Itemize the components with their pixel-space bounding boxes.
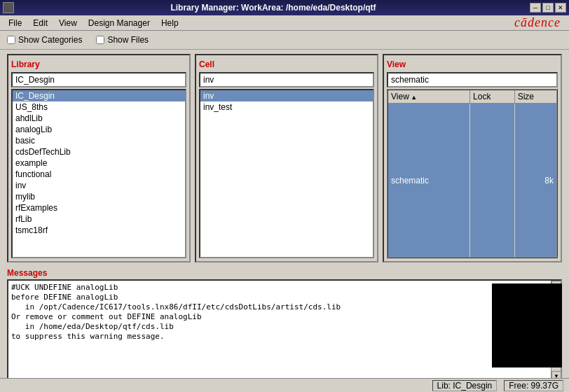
black-box: [492, 284, 562, 368]
library-list-item[interactable]: rfLib: [13, 214, 185, 225]
window-controls: ─ □ ✕: [530, 3, 566, 13]
window-title: Library Manager: WorkArea: /home/eda/Des…: [17, 3, 530, 13]
show-categories-checkbox[interactable]: [7, 36, 15, 44]
top-controls: Show Categories Show Files: [0, 31, 569, 50]
library-list-item[interactable]: analogLib: [13, 124, 185, 135]
cell-panel: Cell invinv_test: [195, 54, 378, 262]
library-list-item[interactable]: example: [13, 158, 185, 169]
message-line: in /home/eda/Desktop/qtf/cds.lib: [11, 322, 548, 331]
view-panel-header: View: [387, 58, 558, 72]
messages-area: Messages #UCK UNDEFINE analogLibbefore D…: [7, 267, 562, 392]
view-table: View Lock Size schematic8k: [387, 89, 558, 258]
library-list-item[interactable]: inv: [13, 180, 185, 191]
cell-panel-header: Cell: [199, 58, 374, 72]
library-list-item[interactable]: rfExamples: [13, 202, 185, 214]
status-lib: Lib: IC_Desgin: [432, 380, 498, 391]
view-table-cell-size: 8k: [514, 104, 557, 258]
menu-design-manager[interactable]: Design Manager: [83, 17, 156, 29]
cadence-logo: cādence: [514, 15, 566, 30]
menu-edit[interactable]: Edit: [27, 17, 53, 29]
window-icon: [3, 2, 14, 13]
library-panel: Library IC_DesginUS_8thsahdlLibanalogLib…: [7, 54, 191, 262]
library-list-item[interactable]: tsmc18rf: [13, 225, 185, 236]
view-search-input[interactable]: [387, 72, 558, 88]
minimize-button[interactable]: ─: [530, 3, 541, 13]
messages-text[interactable]: #UCK UNDEFINE analogLibbefore DEFINE ana…: [8, 281, 551, 381]
view-table-cell-lock: [470, 104, 515, 258]
library-list-item[interactable]: cdsDefTechLib: [13, 146, 185, 158]
show-files-label[interactable]: Show Files: [96, 35, 149, 45]
messages-container: #UCK UNDEFINE analogLibbefore DEFINE ana…: [7, 279, 562, 382]
message-line: #UCK UNDEFINE analogLib: [11, 283, 548, 292]
status-free: Free: 99.37G: [504, 380, 563, 391]
message-line: to suppress this warning message.: [11, 332, 548, 341]
show-files-text: Show Files: [107, 35, 149, 45]
library-list-item[interactable]: basic: [13, 135, 185, 146]
cell-search-input[interactable]: [199, 72, 374, 88]
library-list-item[interactable]: mylib: [13, 191, 185, 202]
view-panel: View View Lock Size schematic8k: [383, 54, 562, 262]
show-categories-text: Show Categories: [18, 35, 82, 45]
view-col-lock[interactable]: Lock: [470, 90, 515, 104]
view-col-view[interactable]: View: [388, 90, 470, 104]
panels-area: Library IC_DesginUS_8thsahdlLibanalogLib…: [0, 50, 569, 267]
message-line: before DEFINE analogLib: [11, 293, 548, 302]
view-col-size[interactable]: Size: [514, 90, 557, 104]
messages-header: Messages: [7, 267, 562, 279]
view-table-row[interactable]: schematic8k: [388, 104, 557, 258]
cell-list-item[interactable]: inv_test: [200, 102, 373, 113]
view-table-cell-view: schematic: [388, 104, 470, 258]
show-categories-label[interactable]: Show Categories: [7, 35, 82, 45]
status-bar: Lib: IC_Desgin Free: 99.37G: [0, 378, 569, 392]
library-list[interactable]: IC_DesginUS_8thsahdlLibanalogLibbasiccds…: [11, 89, 186, 258]
title-bar: Library Manager: WorkArea: /home/eda/Des…: [0, 0, 569, 15]
menu-file[interactable]: File: [3, 17, 27, 29]
menu-view[interactable]: View: [53, 17, 83, 29]
show-files-checkbox[interactable]: [96, 36, 104, 44]
maximize-button[interactable]: □: [542, 3, 554, 13]
library-search-input[interactable]: [11, 72, 186, 88]
cell-list[interactable]: invinv_test: [199, 89, 374, 258]
library-list-item[interactable]: ahdlLib: [13, 113, 185, 124]
library-list-item[interactable]: US_8ths: [13, 102, 185, 113]
message-line: Or remove or comment out DEFINE analogLi…: [11, 312, 548, 321]
message-line: in /opt/Cadence/IC617/tools.lnx86/dfII/e…: [11, 302, 548, 312]
menu-bar: File Edit View Design Manager Help cāden…: [0, 15, 569, 31]
library-list-item[interactable]: functional: [13, 169, 185, 180]
close-button[interactable]: ✕: [555, 3, 566, 13]
cell-list-item[interactable]: inv: [200, 90, 373, 102]
library-panel-header: Library: [11, 58, 186, 72]
menu-help[interactable]: Help: [156, 17, 184, 29]
library-list-item[interactable]: IC_Desgin: [13, 90, 185, 102]
